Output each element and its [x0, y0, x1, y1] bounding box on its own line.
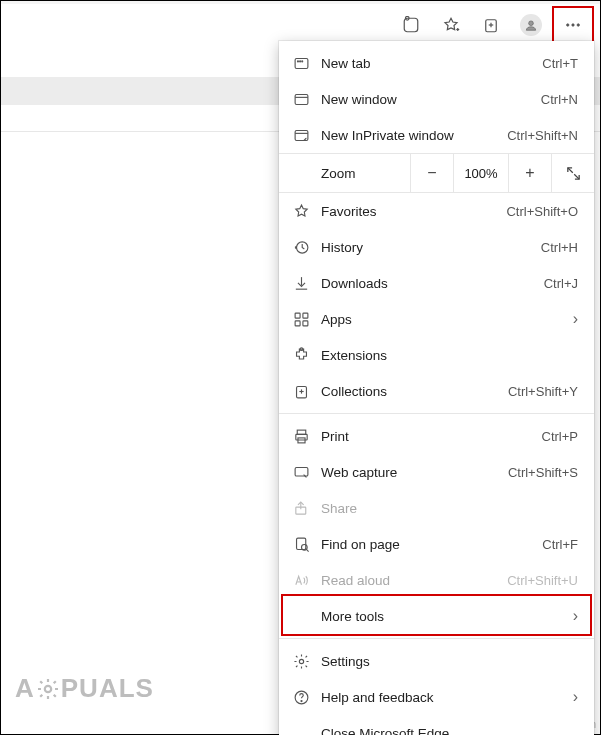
svg-rect-21: [295, 313, 300, 318]
svg-point-10: [577, 24, 579, 26]
read-aloud-icon: [293, 572, 321, 589]
svg-rect-29: [297, 430, 306, 434]
extensions-icon: [293, 347, 321, 364]
browser-toolbar: [392, 5, 594, 45]
svg-point-36: [299, 659, 303, 663]
settings-icon: [293, 653, 321, 670]
menu-close-edge[interactable]: Close Microsoft Edge: [279, 715, 594, 735]
collections-icon: [293, 383, 321, 400]
chevron-right-icon: ›: [573, 608, 578, 624]
menu-new-tab[interactable]: New tab Ctrl+T: [279, 45, 594, 81]
menu-favorites[interactable]: Favorites Ctrl+Shift+O: [279, 193, 594, 229]
print-icon: [293, 428, 321, 445]
zoom-out-button[interactable]: −: [410, 154, 453, 192]
chevron-right-icon: ›: [573, 311, 578, 327]
menu-share: Share: [279, 490, 594, 526]
inprivate-icon: [293, 127, 321, 144]
svg-point-15: [302, 60, 303, 61]
apps-icon: [293, 311, 321, 328]
menu-web-capture[interactable]: Web capture Ctrl+Shift+S: [279, 454, 594, 490]
history-icon: [293, 239, 321, 256]
menu-extensions[interactable]: Extensions: [279, 337, 594, 373]
new-tab-icon: [293, 55, 321, 72]
menu-history[interactable]: History Ctrl+H: [279, 229, 594, 265]
profile-icon: [520, 14, 542, 36]
separator: [279, 413, 594, 414]
watermark-logo: A PUALS: [15, 673, 154, 704]
menu-more-tools[interactable]: More tools ›: [279, 598, 594, 634]
more-menu-button[interactable]: [552, 6, 594, 44]
downloads-icon: [293, 275, 321, 292]
svg-point-14: [300, 60, 301, 61]
menu-help[interactable]: Help and feedback ›: [279, 679, 594, 715]
zoom-in-button[interactable]: +: [508, 154, 551, 192]
separator: [279, 638, 594, 639]
svg-rect-23: [295, 320, 300, 325]
more-icon: [564, 16, 582, 34]
extension-button[interactable]: [392, 8, 430, 42]
svg-rect-16: [295, 94, 308, 104]
svg-point-8: [567, 24, 569, 26]
menu-print[interactable]: Print Ctrl+P: [279, 418, 594, 454]
fullscreen-button[interactable]: [551, 154, 594, 192]
favorites-button[interactable]: [432, 8, 470, 42]
svg-rect-12: [295, 58, 308, 68]
new-window-icon: [293, 91, 321, 108]
menu-collections[interactable]: Collections Ctrl+Shift+Y: [279, 373, 594, 409]
svg-point-38: [301, 700, 302, 701]
settings-menu: New tab Ctrl+T New window Ctrl+N New InP…: [279, 41, 594, 735]
chevron-right-icon: ›: [573, 689, 578, 705]
svg-point-11: [45, 685, 51, 691]
share-icon: [293, 500, 321, 517]
menu-new-inprivate[interactable]: New InPrivate window Ctrl+Shift+N: [279, 117, 594, 153]
menu-apps[interactable]: Apps ›: [279, 301, 594, 337]
svg-point-13: [297, 60, 298, 61]
menu-new-window[interactable]: New window Ctrl+N: [279, 81, 594, 117]
profile-button[interactable]: [512, 8, 550, 42]
collections-button[interactable]: [472, 8, 510, 42]
svg-rect-24: [303, 320, 308, 325]
web-capture-icon: [293, 464, 321, 481]
find-icon: [293, 536, 321, 553]
menu-downloads[interactable]: Downloads Ctrl+J: [279, 265, 594, 301]
svg-point-7: [529, 21, 534, 26]
gear-icon: [36, 677, 60, 701]
menu-find[interactable]: Find on page Ctrl+F: [279, 526, 594, 562]
favorites-icon: [293, 203, 321, 220]
svg-point-9: [572, 24, 574, 26]
zoom-label: Zoom: [279, 166, 410, 181]
svg-rect-32: [295, 467, 308, 476]
zoom-value: 100%: [453, 154, 508, 192]
svg-rect-22: [303, 313, 308, 318]
menu-read-aloud: Read aloud Ctrl+Shift+U: [279, 562, 594, 598]
help-icon: [293, 689, 321, 706]
menu-settings[interactable]: Settings: [279, 643, 594, 679]
menu-zoom: Zoom − 100% +: [279, 153, 594, 193]
